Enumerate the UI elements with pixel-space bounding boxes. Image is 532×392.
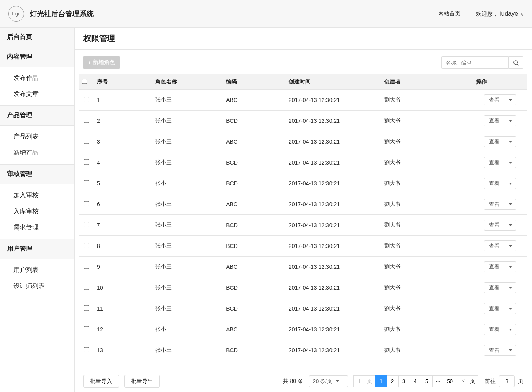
row-action-dropdown[interactable]	[504, 220, 516, 231]
view-button[interactable]: 查看	[484, 324, 504, 335]
row-checkbox[interactable]	[83, 285, 89, 290]
row-checkbox[interactable]	[83, 243, 89, 248]
row-action-dropdown[interactable]	[504, 136, 516, 147]
sidebar-item[interactable]: 入库审核	[0, 203, 74, 220]
row-action-dropdown[interactable]	[504, 199, 516, 210]
row-action-dropdown[interactable]	[504, 345, 516, 356]
batch-export-button[interactable]: 批量导出	[124, 375, 160, 388]
sidebar-item[interactable]: 加入审核	[0, 187, 74, 203]
row-action-dropdown[interactable]	[504, 94, 516, 105]
site-home-link[interactable]: 网站首页	[438, 10, 460, 17]
cell-index: 3	[94, 131, 152, 152]
row-checkbox[interactable]	[83, 264, 89, 269]
view-button[interactable]: 查看	[484, 345, 504, 356]
row-checkbox[interactable]	[83, 139, 89, 144]
caret-down-icon	[509, 329, 512, 331]
add-role-button[interactable]: + 新增角色	[83, 56, 120, 69]
view-button[interactable]: 查看	[484, 303, 504, 314]
prev-page-button[interactable]: 上一页	[353, 375, 376, 387]
caret-down-icon	[509, 287, 512, 289]
row-checkbox[interactable]	[83, 97, 89, 102]
row-action-dropdown[interactable]	[504, 157, 516, 168]
col-header-action: 操作	[473, 74, 527, 90]
row-checkbox[interactable]	[83, 326, 89, 332]
goto-page-input[interactable]	[499, 375, 515, 387]
page-size-select[interactable]: 20 条/页	[309, 375, 348, 387]
row-checkbox[interactable]	[83, 347, 89, 353]
view-button[interactable]: 查看	[484, 282, 504, 293]
col-header-creator: 创建者	[381, 74, 473, 90]
view-button[interactable]: 查看	[484, 178, 504, 189]
row-action-dropdown[interactable]	[504, 324, 516, 335]
row-checkbox[interactable]	[83, 159, 89, 165]
sidebar-item[interactable]: 新增产品	[0, 145, 74, 161]
goto-prefix: 前往	[485, 378, 496, 385]
cell-time: 2017-04-13 12:30:21	[285, 131, 381, 152]
table-row: 13张小三BCD2017-04-13 12:30:21劉大爷查看	[79, 340, 527, 361]
cell-time: 2017-04-13 12:30:21	[285, 319, 381, 340]
sidebar-group-heading[interactable]: 内容管理	[0, 47, 74, 67]
search-button[interactable]	[508, 56, 523, 69]
cell-index: 7	[94, 215, 152, 236]
sidebar-item[interactable]: 用户列表	[0, 262, 74, 278]
cell-code: BCD	[223, 298, 285, 319]
cell-time: 2017-04-13 12:30:21	[285, 194, 381, 215]
sidebar-group-heading[interactable]: 产品管理	[0, 106, 74, 126]
sidebar-item-home[interactable]: 后台首页	[0, 28, 74, 47]
page-size-label: 20 条/页	[313, 378, 332, 385]
row-action-dropdown[interactable]	[504, 115, 516, 126]
cell-name: 张小三	[152, 152, 223, 173]
row-action-dropdown[interactable]	[504, 282, 516, 293]
cell-time: 2017-04-13 12:30:21	[285, 277, 381, 298]
cell-name: 张小三	[152, 173, 223, 194]
page-number-button[interactable]: 50	[444, 375, 456, 387]
sidebar-group-heading[interactable]: 审核管理	[0, 165, 74, 184]
next-page-button[interactable]: 下一页	[456, 375, 478, 387]
cell-creator: 劉大爷	[381, 111, 473, 131]
table-row: 9张小三ABC2017-04-13 12:30:21劉大爷查看	[79, 257, 527, 277]
page-number-button[interactable]: 4	[410, 375, 421, 387]
view-button[interactable]: 查看	[484, 240, 504, 251]
view-button[interactable]: 查看	[484, 115, 504, 126]
sidebar-item[interactable]: 产品列表	[0, 129, 74, 145]
view-button[interactable]: 查看	[484, 94, 504, 105]
row-checkbox[interactable]	[83, 118, 89, 123]
row-checkbox[interactable]	[83, 180, 89, 186]
cell-code: BCD	[223, 236, 285, 257]
row-checkbox[interactable]	[83, 201, 89, 207]
page-number-button[interactable]: 3	[398, 375, 410, 387]
sidebar-item[interactable]: 需求管理	[0, 220, 74, 236]
cell-name: 张小三	[152, 90, 223, 111]
view-button[interactable]: 查看	[484, 136, 504, 147]
view-button[interactable]: 查看	[484, 199, 504, 210]
table-row: 4张小三BCD2017-04-13 12:30:21劉大爷查看	[79, 152, 527, 173]
user-menu[interactable]: 欢迎您，liudaye ∨	[476, 10, 524, 18]
caret-down-icon	[509, 266, 512, 268]
cell-time: 2017-04-13 12:30:21	[285, 257, 381, 277]
sidebar-item[interactable]: 发布文章	[0, 86, 74, 102]
sidebar-item[interactable]: 设计师列表	[0, 278, 74, 294]
cell-name: 张小三	[152, 257, 223, 277]
welcome-prefix: 欢迎您，	[476, 11, 498, 17]
row-action-dropdown[interactable]	[504, 261, 516, 272]
select-all-checkbox[interactable]	[82, 79, 87, 84]
row-action-dropdown[interactable]	[504, 178, 516, 189]
sidebar-item[interactable]: 发布作品	[0, 70, 74, 86]
page-number-button[interactable]: 1	[375, 375, 387, 387]
batch-import-button[interactable]: 批量导入	[83, 375, 119, 388]
view-button[interactable]: 查看	[484, 157, 504, 168]
page-number-button[interactable]: 5	[421, 375, 433, 387]
row-action-dropdown[interactable]	[504, 240, 516, 251]
view-button[interactable]: 查看	[484, 220, 504, 231]
table-row: 1张小三ABC2017-04-13 12:30:21劉大爷查看	[79, 90, 527, 111]
page-number-button[interactable]: 2	[387, 375, 399, 387]
search-input[interactable]	[441, 56, 508, 69]
col-header-time: 创建时间	[285, 74, 381, 90]
sidebar-group-heading[interactable]: 用户管理	[0, 239, 74, 259]
row-checkbox[interactable]	[83, 222, 89, 227]
row-action-dropdown[interactable]	[504, 303, 516, 314]
svg-point-0	[513, 60, 517, 64]
row-checkbox[interactable]	[83, 305, 89, 311]
view-button[interactable]: 查看	[484, 261, 504, 272]
sidebar: 后台首页 内容管理发布作品发布文章产品管理产品列表新增产品审核管理加入审核入库审…	[0, 28, 75, 392]
